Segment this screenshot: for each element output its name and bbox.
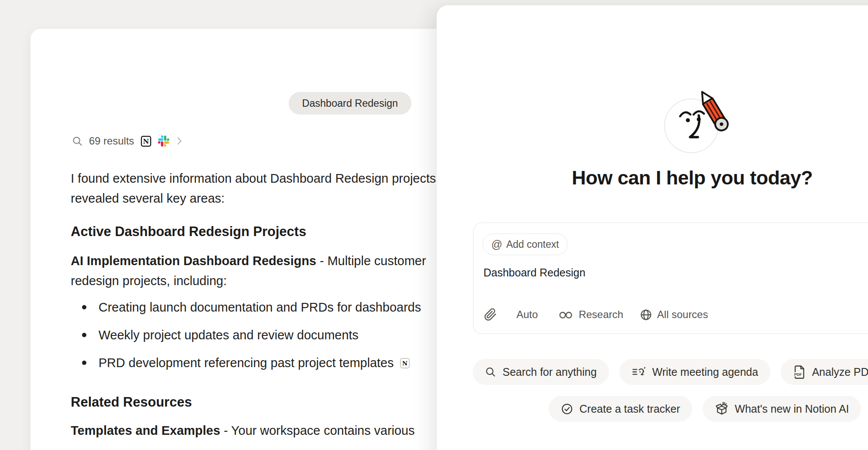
svg-text:PDF: PDF bbox=[794, 372, 802, 377]
lead-rest-text: - Multiple customer bbox=[316, 254, 426, 268]
suggestion-row-2: Create a task tracker What's new i bbox=[549, 396, 861, 422]
topic-pill[interactable]: Dashboard Redesign bbox=[289, 92, 411, 115]
open-box-icon bbox=[715, 402, 729, 416]
pdf-file-icon: PDF bbox=[793, 365, 806, 379]
bullet-dot bbox=[82, 305, 86, 309]
suggestion-write-meeting-agenda[interactable]: Write meeting agenda bbox=[619, 359, 770, 385]
check-circle-icon bbox=[561, 403, 573, 415]
add-context-button[interactable]: @ Add context bbox=[483, 233, 568, 255]
bullet-dot bbox=[82, 333, 86, 337]
research-toggle[interactable]: Research bbox=[558, 309, 623, 321]
bullet-text: PRD development referencing past project… bbox=[99, 356, 394, 370]
chevron-right-icon[interactable] bbox=[175, 136, 184, 146]
notion-ai-panel: How can I help you today? @ Add context … bbox=[437, 5, 868, 450]
results-count: 69 results bbox=[89, 135, 134, 147]
agenda-face-icon bbox=[631, 365, 646, 378]
chip-label: Search for anything bbox=[503, 366, 597, 378]
search-icon bbox=[485, 366, 496, 378]
suggestion-create-task-tracker[interactable]: Create a task tracker bbox=[549, 396, 692, 422]
chip-label: What's new in Notion AI bbox=[735, 403, 849, 415]
notion-ai-screen: Dashboard Redesign 69 results N bbox=[0, 0, 868, 450]
attachment-icon[interactable] bbox=[484, 308, 497, 321]
bullet-text: Weekly project updates and review docume… bbox=[99, 328, 358, 342]
notion-page-badge[interactable]: N bbox=[399, 357, 411, 369]
add-context-label: Add context bbox=[506, 239, 559, 250]
suggestion-whats-new-notion-ai[interactable]: What's new in Notion AI bbox=[703, 396, 861, 422]
section-heading-related-resources: Related Resources bbox=[71, 394, 192, 410]
suggestion-row-1: Search for anything Write meeting agenda bbox=[473, 359, 868, 385]
mode-selector[interactable]: Auto bbox=[516, 309, 538, 321]
lead-rest-text: - Your workspace contains various bbox=[220, 424, 414, 437]
search-icon bbox=[72, 135, 83, 147]
greeting-heading: How can I help you today? bbox=[473, 167, 868, 189]
lead-bold-text: Templates and Examples bbox=[71, 424, 220, 437]
chip-label: Analyze PDF bbox=[812, 366, 868, 378]
chip-label: Write meeting agenda bbox=[652, 366, 758, 378]
svg-text:N: N bbox=[402, 360, 408, 367]
globe-icon bbox=[640, 309, 652, 321]
notion-ai-face-logo bbox=[650, 78, 741, 169]
section-heading-active-projects: Active Dashboard Redesign Projects bbox=[71, 224, 306, 240]
notion-source-icon: N bbox=[140, 135, 152, 148]
at-icon: @ bbox=[491, 238, 502, 251]
research-goggles-icon bbox=[558, 309, 574, 320]
lead-bold-text: AI Implementation Dashboard Redesigns bbox=[71, 254, 316, 268]
sources-selector[interactable]: All sources bbox=[640, 309, 708, 321]
bullet-dot bbox=[82, 361, 86, 365]
bullet-text: Creating launch documentation and PRDs f… bbox=[99, 300, 421, 314]
mode-label: Auto bbox=[516, 309, 538, 321]
sources-label: All sources bbox=[657, 309, 708, 321]
svg-text:N: N bbox=[143, 138, 149, 145]
composer-toolbar: Auto Research bbox=[484, 307, 708, 322]
suggestion-analyze-pdf[interactable]: PDF Analyze PDF bbox=[781, 359, 868, 385]
chip-label: Create a task tracker bbox=[579, 403, 680, 415]
composer-input[interactable]: Dashboard Redesign bbox=[483, 266, 585, 279]
suggestion-search-anything[interactable]: Search for anything bbox=[473, 359, 609, 385]
results-summary-row[interactable]: 69 results N bbox=[72, 134, 184, 148]
research-label: Research bbox=[579, 309, 623, 321]
ai-composer[interactable]: @ Add context Dashboard Redesign Auto bbox=[473, 223, 868, 334]
slack-source-icon bbox=[158, 135, 169, 147]
